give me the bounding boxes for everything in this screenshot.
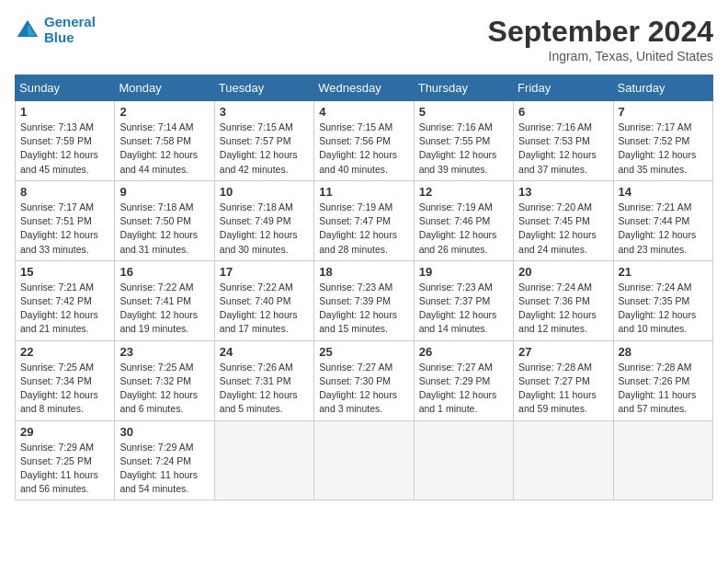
table-row: 21 Sunrise: 7:24 AMSunset: 7:35 PMDaylig…: [613, 260, 712, 340]
day-info: Sunrise: 7:16 AMSunset: 7:53 PMDaylight:…: [518, 121, 608, 177]
table-row: 17 Sunrise: 7:22 AMSunset: 7:40 PMDaylig…: [214, 260, 313, 340]
col-friday: Friday: [514, 75, 613, 101]
day-number: 3: [220, 105, 309, 119]
table-row: 7 Sunrise: 7:17 AMSunset: 7:52 PMDayligh…: [613, 101, 712, 181]
logo-line2: Blue: [44, 29, 74, 45]
table-row: 12 Sunrise: 7:19 AMSunset: 7:46 PMDaylig…: [414, 180, 513, 260]
table-row: 9 Sunrise: 7:18 AMSunset: 7:50 PMDayligh…: [115, 180, 214, 260]
table-row: 24 Sunrise: 7:26 AMSunset: 7:31 PMDaylig…: [214, 340, 313, 420]
day-number: 19: [419, 265, 508, 279]
week-row: 8 Sunrise: 7:17 AMSunset: 7:51 PMDayligh…: [16, 180, 713, 260]
table-row: 30 Sunrise: 7:29 AMSunset: 7:24 PMDaylig…: [115, 420, 214, 500]
day-number: 4: [319, 105, 408, 119]
table-row: [214, 420, 313, 500]
page-header: General Blue September 2024 Ingram, Texa…: [15, 15, 713, 63]
day-number: 30: [119, 425, 209, 439]
day-number: 1: [20, 105, 109, 119]
day-number: 15: [20, 265, 109, 279]
logo-icon: [15, 17, 40, 43]
day-number: 6: [518, 105, 608, 119]
col-sunday: Sunday: [16, 75, 115, 101]
day-info: Sunrise: 7:27 AMSunset: 7:30 PMDaylight:…: [319, 361, 408, 417]
week-row: 22 Sunrise: 7:25 AMSunset: 7:34 PMDaylig…: [16, 340, 713, 420]
day-number: 20: [518, 265, 608, 279]
table-row: 23 Sunrise: 7:25 AMSunset: 7:32 PMDaylig…: [115, 340, 214, 420]
day-number: 8: [20, 185, 109, 199]
day-number: 27: [518, 345, 608, 359]
table-row: 6 Sunrise: 7:16 AMSunset: 7:53 PMDayligh…: [514, 101, 613, 181]
table-row: 13 Sunrise: 7:20 AMSunset: 7:45 PMDaylig…: [514, 180, 613, 260]
day-number: 10: [220, 185, 309, 199]
table-row: [314, 420, 414, 500]
day-number: 18: [319, 265, 408, 279]
title-section: September 2024 Ingram, Texas, United Sta…: [488, 15, 713, 63]
table-row: [414, 420, 513, 500]
week-row: 1 Sunrise: 7:13 AMSunset: 7:59 PMDayligh…: [16, 101, 713, 181]
logo-line1: General: [44, 14, 96, 29]
table-row: [613, 420, 712, 500]
table-row: 5 Sunrise: 7:16 AMSunset: 7:55 PMDayligh…: [414, 101, 513, 181]
day-info: Sunrise: 7:17 AMSunset: 7:52 PMDaylight:…: [619, 121, 708, 177]
day-info: Sunrise: 7:27 AMSunset: 7:29 PMDaylight:…: [419, 361, 508, 417]
col-thursday: Thursday: [414, 75, 513, 101]
day-info: Sunrise: 7:25 AMSunset: 7:32 PMDaylight:…: [119, 361, 209, 417]
day-number: 29: [20, 425, 109, 439]
location: Ingram, Texas, United States: [488, 49, 713, 63]
col-wednesday: Wednesday: [314, 75, 414, 101]
header-row: Sunday Monday Tuesday Wednesday Thursday…: [16, 75, 713, 101]
day-number: 12: [419, 185, 508, 199]
day-info: Sunrise: 7:13 AMSunset: 7:59 PMDaylight:…: [20, 121, 109, 177]
day-info: Sunrise: 7:29 AMSunset: 7:25 PMDaylight:…: [20, 441, 109, 497]
table-row: 18 Sunrise: 7:23 AMSunset: 7:39 PMDaylig…: [314, 260, 414, 340]
table-row: 8 Sunrise: 7:17 AMSunset: 7:51 PMDayligh…: [16, 180, 115, 260]
day-number: 13: [518, 185, 608, 199]
day-info: Sunrise: 7:17 AMSunset: 7:51 PMDaylight:…: [20, 201, 109, 257]
table-row: 19 Sunrise: 7:23 AMSunset: 7:37 PMDaylig…: [414, 260, 513, 340]
day-info: Sunrise: 7:24 AMSunset: 7:36 PMDaylight:…: [518, 281, 608, 337]
day-info: Sunrise: 7:29 AMSunset: 7:24 PMDaylight:…: [119, 441, 209, 497]
table-row: 4 Sunrise: 7:15 AMSunset: 7:56 PMDayligh…: [314, 101, 414, 181]
day-info: Sunrise: 7:23 AMSunset: 7:39 PMDaylight:…: [319, 281, 408, 337]
day-number: 22: [20, 345, 109, 359]
day-number: 28: [619, 345, 708, 359]
day-number: 14: [619, 185, 708, 199]
day-info: Sunrise: 7:28 AMSunset: 7:27 PMDaylight:…: [518, 361, 608, 417]
day-number: 25: [319, 345, 408, 359]
day-info: Sunrise: 7:20 AMSunset: 7:45 PMDaylight:…: [518, 201, 608, 257]
table-row: 3 Sunrise: 7:15 AMSunset: 7:57 PMDayligh…: [214, 101, 313, 181]
table-row: 2 Sunrise: 7:14 AMSunset: 7:58 PMDayligh…: [115, 101, 214, 181]
calendar: Sunday Monday Tuesday Wednesday Thursday…: [15, 75, 713, 500]
col-monday: Monday: [115, 75, 214, 101]
day-info: Sunrise: 7:24 AMSunset: 7:35 PMDaylight:…: [619, 281, 708, 337]
table-row: 14 Sunrise: 7:21 AMSunset: 7:44 PMDaylig…: [613, 180, 712, 260]
day-info: Sunrise: 7:22 AMSunset: 7:41 PMDaylight:…: [119, 281, 209, 337]
day-number: 2: [119, 105, 209, 119]
table-row: 11 Sunrise: 7:19 AMSunset: 7:47 PMDaylig…: [314, 180, 414, 260]
day-info: Sunrise: 7:21 AMSunset: 7:42 PMDaylight:…: [20, 281, 109, 337]
day-number: 26: [419, 345, 508, 359]
day-info: Sunrise: 7:21 AMSunset: 7:44 PMDaylight:…: [619, 201, 708, 257]
day-info: Sunrise: 7:22 AMSunset: 7:40 PMDaylight:…: [220, 281, 309, 337]
table-row: [514, 420, 613, 500]
day-number: 16: [119, 265, 209, 279]
table-row: 15 Sunrise: 7:21 AMSunset: 7:42 PMDaylig…: [16, 260, 115, 340]
table-row: 28 Sunrise: 7:28 AMSunset: 7:26 PMDaylig…: [613, 340, 712, 420]
logo: General Blue: [15, 15, 96, 45]
table-row: 10 Sunrise: 7:18 AMSunset: 7:49 PMDaylig…: [214, 180, 313, 260]
day-info: Sunrise: 7:14 AMSunset: 7:58 PMDaylight:…: [119, 121, 209, 177]
table-row: 16 Sunrise: 7:22 AMSunset: 7:41 PMDaylig…: [115, 260, 214, 340]
day-number: 21: [619, 265, 708, 279]
table-row: 29 Sunrise: 7:29 AMSunset: 7:25 PMDaylig…: [16, 420, 115, 500]
table-row: 26 Sunrise: 7:27 AMSunset: 7:29 PMDaylig…: [414, 340, 513, 420]
day-info: Sunrise: 7:16 AMSunset: 7:55 PMDaylight:…: [419, 121, 508, 177]
day-info: Sunrise: 7:18 AMSunset: 7:50 PMDaylight:…: [119, 201, 209, 257]
day-info: Sunrise: 7:15 AMSunset: 7:56 PMDaylight:…: [319, 121, 408, 177]
day-number: 7: [619, 105, 708, 119]
day-info: Sunrise: 7:15 AMSunset: 7:57 PMDaylight:…: [220, 121, 309, 177]
day-number: 9: [119, 185, 209, 199]
day-info: Sunrise: 7:28 AMSunset: 7:26 PMDaylight:…: [619, 361, 708, 417]
day-info: Sunrise: 7:19 AMSunset: 7:46 PMDaylight:…: [419, 201, 508, 257]
table-row: 1 Sunrise: 7:13 AMSunset: 7:59 PMDayligh…: [16, 101, 115, 181]
day-number: 23: [119, 345, 209, 359]
col-saturday: Saturday: [613, 75, 712, 101]
